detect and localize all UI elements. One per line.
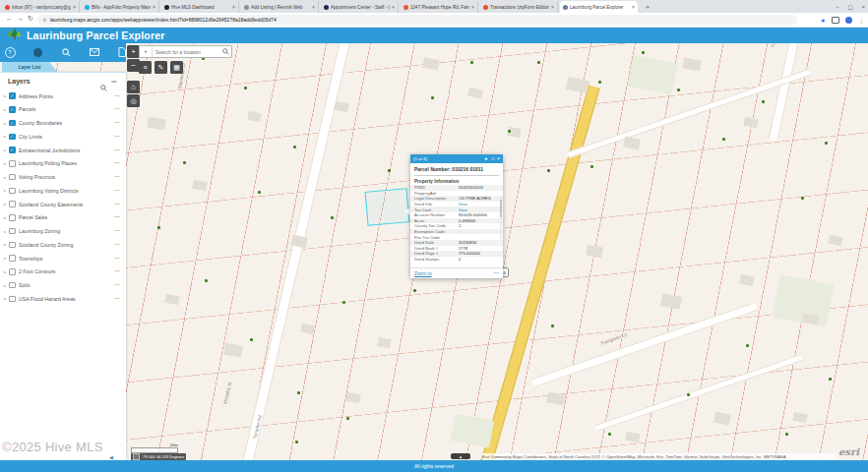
search-input[interactable] [153, 46, 219, 57]
browser-menu-icon[interactable]: ⋮ [858, 17, 864, 24]
layer-menu-icon[interactable]: ••• [114, 175, 120, 179]
draw-button[interactable]: ✎ [155, 61, 167, 74]
address-bar[interactable]: ≡ laurinburg.maps.arcgis.com/apps/webapp… [37, 15, 797, 25]
forward-button[interactable]: → [17, 15, 24, 22]
layer-menu-icon[interactable]: ••• [114, 283, 120, 287]
layer-menu-icon[interactable]: ••• [114, 161, 120, 165]
layer-checkbox[interactable] [9, 228, 16, 235]
layer-row-county-boundaries[interactable]: ▸✓County Boundaries••• [0, 117, 126, 130]
field-value[interactable]: View [459, 207, 499, 212]
legend-button[interactable]: ≡ [139, 61, 152, 74]
bookmark-star-icon[interactable]: ★ [821, 17, 826, 24]
back-button[interactable]: ← [6, 15, 13, 22]
info-icon[interactable]: ? [4, 46, 16, 58]
layer-row-2-foot-contours[interactable]: ▸2 Foot Contours••• [0, 266, 126, 278]
popup-scrollbar[interactable] [500, 196, 502, 239]
reload-button[interactable]: ↻ [28, 15, 33, 23]
field-value[interactable]: View [459, 202, 499, 206]
selected-parcel-highlight[interactable] [365, 188, 410, 226]
popup-more-icon[interactable]: ••• [494, 271, 500, 275]
layer-menu-icon[interactable]: ••• [114, 94, 120, 98]
browser-tab[interactable]: Bills - AppFolio Property Manu...× [82, 1, 159, 13]
layer-menu-icon[interactable]: ••• [114, 257, 120, 261]
layer-row-laurinburg-voting-districts[interactable]: ▸Laurinburg Voting Districts••• [0, 184, 126, 197]
layer-checkbox[interactable]: ✓ [9, 106, 16, 113]
tab-close-icon[interactable]: × [551, 4, 554, 10]
popup-maximize-icon[interactable]: □ [492, 156, 495, 161]
layer-menu-icon[interactable]: ••• [114, 148, 120, 152]
profile-avatar[interactable] [845, 17, 852, 24]
coordinate-icon[interactable] [133, 453, 140, 460]
window-minimize-button[interactable]: – [837, 4, 839, 10]
site-info-icon[interactable]: ≡ [43, 17, 46, 23]
layer-row-scotland-county-easements[interactable]: ▸Scotland County Easements••• [0, 198, 126, 210]
layer-checkbox[interactable] [9, 174, 16, 181]
layer-checkbox[interactable]: ✓ [9, 134, 16, 141]
layer-row-parcels[interactable]: ▸✓Parcels••• [0, 103, 126, 116]
tab-close-icon[interactable]: × [632, 4, 635, 10]
layer-checkbox[interactable] [9, 160, 16, 167]
layer-row-parcel-sales[interactable]: ▸Parcel Sales••• [0, 211, 126, 224]
panel-collapse-icon[interactable]: ◀ [109, 454, 113, 460]
layer-menu-icon[interactable]: ••• [114, 229, 120, 233]
popup-next-icon[interactable]: ► [484, 156, 489, 161]
zoom-to-link[interactable]: Zoom to [414, 271, 432, 276]
layer-row-voting-precincts[interactable]: ▸Voting Precincts••• [0, 171, 126, 184]
popup-close-icon[interactable]: × [497, 156, 500, 161]
side-panel-icon[interactable] [832, 17, 839, 24]
layer-menu-icon[interactable]: ••• [114, 135, 120, 139]
measurement-icon[interactable] [31, 46, 43, 58]
browser-tab[interactable]: Hive MLS Dashboard× [161, 1, 239, 13]
layer-row-extraterritorial-jurisdictions[interactable]: ▸✓Extraterritorial Jurisdictions••• [0, 144, 126, 156]
search-icon[interactable] [219, 46, 231, 57]
layer-checkbox[interactable] [9, 188, 16, 195]
layer-menu-icon[interactable]: ••• [114, 107, 120, 111]
browser-tab[interactable]: Transactions (zipForm Edition)× [480, 1, 558, 13]
layer-checkbox[interactable] [9, 255, 16, 262]
layer-checkbox[interactable]: ✓ [9, 92, 16, 99]
browser-tab[interactable]: Inbox (97) - randymccarty@g...× [2, 1, 80, 13]
layer-checkbox[interactable] [9, 242, 16, 249]
layer-row-address-points[interactable]: ▸✓Address Points••• [0, 89, 126, 102]
layers-filter-icon[interactable]: ≔ [111, 78, 117, 85]
browser-tab[interactable]: Appointment Center - Staff - U...× [321, 1, 399, 13]
browser-tab[interactable]: Add Listing | Revmls Web× [241, 1, 319, 13]
layer-row-townships[interactable]: ▸Townships••• [0, 252, 126, 265]
layer-checkbox[interactable] [9, 282, 16, 289]
layer-row-usa-flood-hazard-areas[interactable]: ▸USA Flood Hazard Areas••• [0, 292, 126, 305]
search-source-dropdown[interactable]: ▼ [140, 46, 153, 57]
layer-list-tab[interactable]: Layer List [2, 62, 57, 72]
layer-menu-icon[interactable]: ••• [114, 243, 120, 247]
new-tab-button[interactable]: + [643, 2, 652, 12]
window-maximize-button[interactable]: ▢ [848, 4, 853, 10]
home-button[interactable]: ⌂ [127, 81, 140, 93]
tab-close-icon[interactable]: × [392, 4, 395, 10]
layer-checkbox[interactable] [9, 214, 16, 221]
browser-tab[interactable]: 1047 Pleasant Hope Rd, Farm...× [401, 1, 478, 13]
layer-menu-icon[interactable]: ••• [114, 203, 120, 206]
layer-checkbox[interactable] [9, 268, 16, 275]
layer-row-soils[interactable]: ▸Soils••• [0, 279, 126, 292]
layer-checkbox[interactable] [9, 296, 16, 303]
tab-close-icon[interactable]: × [471, 4, 474, 10]
document-icon[interactable] [116, 46, 128, 58]
bottom-panel-toggle[interactable]: ▲ [451, 453, 470, 459]
basemap-gallery-button[interactable]: ▦ [170, 61, 183, 74]
my-location-button[interactable]: ◎ [127, 94, 140, 107]
search-widget-icon[interactable] [60, 46, 72, 58]
layer-row-scotland-county-zoning[interactable]: ▸Scotland County Zoning••• [0, 238, 126, 251]
layer-row-city-limits[interactable]: ▸✓City Limits••• [0, 130, 126, 143]
layer-row-laurinburg-polling-places[interactable]: ▸Laurinburg Polling Places••• [0, 157, 126, 170]
layer-menu-icon[interactable]: ••• [114, 189, 120, 193]
layer-menu-icon[interactable]: ••• [114, 297, 120, 301]
layer-checkbox[interactable] [9, 201, 16, 207]
layer-row-laurinburg-zoning[interactable]: ▸Laurinburg Zoning••• [0, 225, 126, 238]
tab-close-icon[interactable]: × [73, 4, 76, 10]
layer-menu-icon[interactable]: ••• [114, 215, 120, 219]
tab-close-icon[interactable]: × [153, 4, 155, 10]
layer-menu-icon[interactable]: ••• [114, 269, 120, 273]
layer-checkbox[interactable]: ✓ [9, 120, 16, 127]
window-close-button[interactable]: × [862, 4, 865, 10]
share-icon[interactable] [89, 46, 100, 58]
tab-close-icon[interactable]: × [232, 4, 235, 10]
